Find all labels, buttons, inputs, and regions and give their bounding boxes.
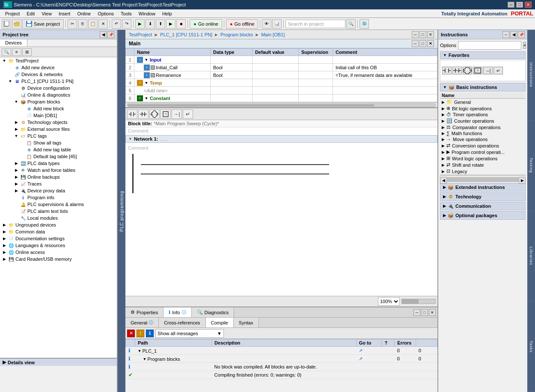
word-logic-toggle[interactable]: ▶: [442, 156, 445, 161]
lad-btn-no[interactable]: [138, 109, 149, 119]
fav-box[interactable]: ?: [473, 67, 482, 74]
general-tab[interactable]: General ⓘ: [125, 318, 159, 327]
instructions-search[interactable]: [458, 41, 521, 50]
tree-toggle-plc-tags[interactable]: ▼: [14, 134, 19, 138]
instr-view-btn[interactable]: ≡: [523, 42, 526, 49]
editor-min-btn[interactable]: ─: [412, 40, 419, 47]
tree-item-default-tag[interactable]: 📋 Default tag table [45]: [0, 153, 117, 160]
tree-toggle-ungrouped[interactable]: ▶: [2, 223, 7, 227]
network-area[interactable]: ▼ Network 1: ...... Comment: [125, 135, 437, 296]
tree-item-online-diag[interactable]: 📊 Online & diagnostics: [0, 91, 117, 98]
tree-toggle-common-data[interactable]: ▶: [2, 230, 7, 234]
fav-open-branch[interactable]: →|: [483, 67, 493, 74]
tree-pin-btn[interactable]: 📌: [107, 31, 114, 38]
syntax-tab[interactable]: Syntax: [234, 318, 259, 327]
instr-timer[interactable]: ▶ ⏱ Timer operations: [440, 112, 526, 118]
table-row[interactable]: 2 I Initial_Call Bool: [126, 64, 437, 71]
toolbar-delete[interactable]: ✕: [98, 19, 108, 29]
fav-coil[interactable]: [463, 67, 472, 74]
cross-ref-tab[interactable]: Cross-references: [159, 318, 205, 327]
tree-item-testproject[interactable]: ▼ 📁 TestProject: [0, 57, 117, 64]
toolbar-cut[interactable]: ✂: [68, 19, 77, 29]
filter-warn-btn[interactable]: !: [137, 330, 144, 337]
table-row[interactable]: 4 T ▼ Temp: [126, 79, 437, 87]
breadcrumb-plc1[interactable]: PLC_1 [CPU 1511-1 PN]: [160, 32, 212, 37]
minimize-btn[interactable]: ─: [508, 2, 514, 8]
instr-scroll-area[interactable]: ◀ ▶: [440, 177, 526, 182]
toolbar-upload[interactable]: ⬆: [156, 19, 165, 29]
toolbar-search-icon[interactable]: 🔍: [346, 19, 356, 29]
lad-btn-close-branch[interactable]: ↵: [183, 109, 193, 119]
info-panel-close[interactable]: ✕: [429, 309, 436, 316]
counter-toggle[interactable]: ▶: [442, 119, 445, 123]
menu-edit[interactable]: Edit: [23, 10, 38, 17]
toolbar-stop[interactable]: ■: [176, 19, 186, 29]
tree-item-dev-net[interactable]: 🔗 Devices & networks: [0, 71, 117, 78]
toolbar-monitor2[interactable]: 📊: [272, 19, 282, 29]
tree-toggle-prog-blocks[interactable]: ▼: [14, 100, 19, 104]
instructions-tab-label[interactable]: Instructions: [527, 30, 535, 121]
bit-logic-toggle[interactable]: ▶: [442, 106, 445, 111]
filter-info-btn[interactable]: ℹ: [146, 330, 154, 337]
toolbar-start[interactable]: ▶: [166, 19, 175, 29]
tree-item-dev-config[interactable]: ⚙ Device configuration: [0, 85, 117, 91]
tree-item-tech-obj[interactable]: ▶ ⚙ Technology objects: [0, 119, 117, 126]
editor-max-btn[interactable]: □: [419, 40, 426, 47]
instr-math[interactable]: ▶ ∑ Math functions: [440, 130, 526, 136]
instr-panel-pin[interactable]: 📌: [518, 31, 525, 38]
technology-section[interactable]: ▶ ⚙ Technology: [440, 192, 526, 201]
tree-item-common-data[interactable]: ▶ 📁 Common data: [0, 228, 117, 235]
menu-insert[interactable]: Insert: [55, 10, 74, 17]
go-online-btn[interactable]: ● Go online: [190, 19, 222, 29]
prog-ctrl-toggle[interactable]: ▶: [442, 150, 445, 154]
legacy-toggle[interactable]: ▶: [442, 169, 445, 174]
menu-view[interactable]: View: [38, 10, 55, 17]
devices-tab[interactable]: Devices: [0, 39, 27, 47]
tasks-tab-label[interactable]: Tasks: [527, 301, 535, 392]
toolbar-open[interactable]: [12, 19, 21, 29]
communication-toggle[interactable]: ▶: [443, 204, 446, 208]
tree-item-traces[interactable]: ▶ 📈 Traces: [0, 180, 117, 187]
tree-item-add-block[interactable]: ⊕ Add new block: [0, 105, 117, 112]
tree-toggle-tech-obj[interactable]: ▶: [14, 120, 19, 124]
tree-item-local-modules[interactable]: 🔧 Local modules: [0, 215, 117, 221]
instr-counter[interactable]: ▶ 🔢 Counter operations: [440, 118, 526, 124]
instr-legacy[interactable]: ▶ ⊡ Legacy: [440, 168, 526, 174]
tree-item-ungrouped[interactable]: ▶ 📁 Ungrouped devices: [0, 221, 117, 228]
menu-help[interactable]: Help: [159, 10, 175, 17]
diagnostics-tab[interactable]: 🔍 Diagnostics: [192, 307, 235, 317]
tree-item-online-backups[interactable]: ▶ 💾 Online backups: [0, 174, 117, 180]
toolbar-compile[interactable]: ▶: [135, 19, 145, 29]
editor-close-btn[interactable]: ✕: [427, 40, 434, 47]
lad-btn-box[interactable]: ?: [160, 109, 171, 119]
table-row[interactable]: ℹ No block was compiled. All blocks are …: [126, 363, 437, 371]
tree-item-dev-proxy[interactable]: ▶ 🔌 Device proxy data: [0, 187, 117, 194]
tree-item-main-ob1[interactable]: 📄 Main [OB1]: [0, 112, 117, 119]
network1-toggle[interactable]: ▼: [128, 137, 132, 141]
tree-item-plc-tags[interactable]: ▼ 🏷 PLC tags: [0, 133, 117, 139]
favorites-section[interactable]: ▼ Favorites: [440, 51, 526, 59]
close-btn[interactable]: ✕: [525, 2, 532, 8]
toolbar-download[interactable]: ⬇: [146, 19, 155, 29]
toolbar-paste[interactable]: 📋: [88, 19, 98, 29]
table-row[interactable]: ✔ Compiling finished (errors: 0; warning…: [126, 371, 437, 379]
favorites-toggle[interactable]: ▼: [443, 53, 447, 57]
tree-item-ext-src[interactable]: ▶ 📁 External source files: [0, 126, 117, 133]
center-maximize-btn[interactable]: □: [419, 31, 426, 38]
tree-item-show-tags[interactable]: 📋 Show all tags: [0, 139, 117, 146]
math-toggle[interactable]: ▶: [442, 131, 445, 136]
toolbar-new[interactable]: [2, 19, 11, 29]
communication-section[interactable]: ▶ 🔌 Communication: [440, 202, 526, 210]
row6-toggle[interactable]: ▼: [144, 96, 149, 100]
tree-item-plc-data-types[interactable]: ▶ 🔤 PLC data types: [0, 160, 117, 167]
properties-tab[interactable]: ⚙ Properties: [125, 307, 163, 317]
tree-toolbar-btn3[interactable]: ⊞: [22, 48, 32, 56]
tree-toggle-langs[interactable]: ▶: [2, 243, 7, 248]
search-box[interactable]: Search in project:: [285, 20, 345, 28]
center-close-btn[interactable]: ✕: [427, 31, 434, 38]
compile-toggle-1[interactable]: ▼: [138, 349, 142, 353]
lad-btn-nc[interactable]: [127, 109, 137, 119]
var-table-scrollbar[interactable]: [125, 102, 437, 107]
shift-toggle[interactable]: ▶: [442, 163, 445, 167]
network1-comment[interactable]: Comment: [125, 144, 437, 152]
